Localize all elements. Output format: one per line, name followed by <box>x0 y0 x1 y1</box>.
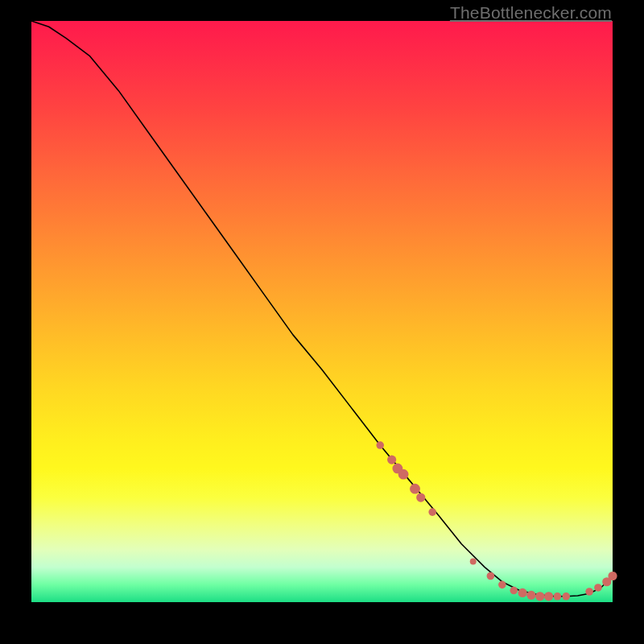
attribution-link[interactable]: TheBottlenecker.com <box>450 3 612 23</box>
data-point-dot <box>376 441 384 449</box>
data-point-dot <box>594 584 602 592</box>
data-point-dot <box>608 572 617 580</box>
chart-overlay-svg <box>31 21 613 602</box>
data-point-dot <box>428 508 436 516</box>
data-point-dot <box>410 484 420 494</box>
data-point-dot <box>518 588 526 597</box>
data-point-dot <box>544 592 553 601</box>
data-point-dot <box>416 493 425 502</box>
bottleneck-curve <box>31 21 613 597</box>
data-point-dot <box>398 469 409 480</box>
data-point-dot <box>470 558 477 564</box>
data-point-dot <box>510 587 518 595</box>
data-point-dot <box>526 591 535 600</box>
data-point-dot <box>585 588 593 596</box>
data-point-dot <box>562 592 570 601</box>
data-point-dot <box>387 456 396 464</box>
data-point-dot <box>554 592 562 601</box>
chart-root: TheBottlenecker.com <box>0 0 644 644</box>
data-point-dot <box>487 572 495 580</box>
data-point-dot <box>498 581 506 589</box>
data-point-dot <box>535 592 544 601</box>
